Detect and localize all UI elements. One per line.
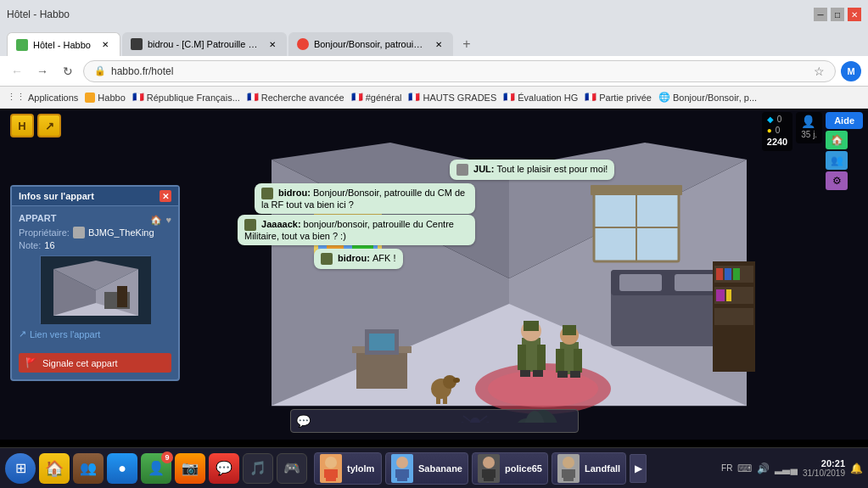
bookmark-bonjour[interactable]: 🌐 Bonjour/Bonsoir, p...: [658, 92, 757, 103]
svg-rect-52: [574, 349, 582, 373]
bookmark-habbo[interactable]: Habbo: [85, 93, 125, 103]
tab-3-close[interactable]: ✕: [433, 38, 445, 50]
avatar-badge: 9: [161, 452, 173, 463]
help-button[interactable]: Aide: [826, 112, 863, 129]
start-button[interactable]: ⊞: [5, 453, 36, 484]
taskbar-icon-avatar[interactable]: 👤 9: [141, 453, 171, 484]
bookmark-eval[interactable]: 🇫🇷 Évaluation HG: [503, 92, 578, 103]
hud-nav-icon[interactable]: 🏠: [826, 131, 848, 149]
system-tray: FR ⌨ 🔊 ▂▃▄ 20:21 31/10/2019 🔔: [721, 458, 863, 478]
bookmark-star-icon[interactable]: ☆: [814, 65, 825, 78]
favorite-icon[interactable]: ♥: [165, 215, 171, 226]
room-thumb-svg: [41, 256, 151, 324]
owner-row: Propriétaire: BJMG_TheKing: [19, 227, 171, 238]
general-flag: 🇫🇷: [351, 92, 363, 103]
taskbar-icon-dark2[interactable]: 🎮: [277, 453, 307, 484]
chat-emoji-icon[interactable]: 💬: [296, 414, 311, 428]
reload-button[interactable]: ↻: [58, 61, 78, 81]
bookmark-recherche[interactable]: 🇫🇷 Recherche avancée: [247, 92, 344, 103]
hud-friends-icon[interactable]: 👥: [826, 151, 848, 170]
profile-button[interactable]: M: [841, 61, 861, 81]
taskbar-icon-1[interactable]: 🏠: [39, 453, 70, 484]
chat-bubble-bidrou1: bidrou: Bonjour/Bonsoir, patrouille du C…: [255, 183, 475, 214]
tab-3[interactable]: Bonjour/Bonsoir, patrouille du C... ✕: [288, 32, 453, 56]
taskbar-icon-2[interactable]: 👥: [73, 453, 104, 484]
player-entry-tylolm[interactable]: tylolm: [314, 452, 382, 485]
room-link-label: Lien vers l'appart: [30, 329, 100, 339]
svg-rect-25: [716, 289, 725, 301]
svg-rect-77: [395, 469, 400, 478]
bookmark-hauts-grades[interactable]: 🇫🇷 HAUTS GRADES: [408, 92, 496, 103]
player-tylolm-avatar: [320, 454, 342, 483]
svg-rect-39: [436, 395, 440, 404]
player-landfall-avatar: [557, 454, 580, 483]
credits-row: 2240: [767, 137, 787, 147]
taskbar-icon-dark1[interactable]: 🎵: [243, 453, 273, 484]
svg-rect-86: [571, 469, 575, 478]
link-arrow-icon: ↗: [19, 328, 26, 339]
bookmark-france1[interactable]: 🇫🇷 République Français...: [132, 92, 240, 103]
hud-topleft: H ↗: [10, 114, 61, 137]
maximize-button[interactable]: □: [831, 8, 844, 21]
tab-1-close[interactable]: ✕: [99, 39, 111, 51]
new-tab-button[interactable]: +: [455, 32, 479, 56]
bookmark-partie[interactable]: 🇫🇷 Partie privée: [585, 92, 652, 103]
chat-bubble-jaaaack: Jaaaack: bonjour/bonsoir, patrouille du …: [238, 215, 475, 245]
svg-rect-54: [570, 371, 580, 378]
svg-rect-44: [518, 345, 526, 370]
url-box[interactable]: 🔒 habbo.fr/hotel ☆: [83, 60, 836, 82]
close-button[interactable]: ✕: [848, 8, 861, 21]
player-entry-landfall[interactable]: Landfall: [552, 452, 626, 485]
svg-rect-78: [405, 469, 409, 478]
heart-icon[interactable]: 🏠: [150, 215, 162, 226]
minimize-button[interactable]: ─: [814, 8, 827, 21]
players-next-button[interactable]: ▶: [630, 454, 647, 483]
svg-rect-29: [714, 351, 753, 367]
room-link[interactable]: ↗ Lien vers l'appart: [19, 328, 171, 339]
coin-icon: ●: [767, 126, 772, 135]
rating-label: Note:: [19, 240, 41, 250]
bidrou1-avatar: [261, 188, 273, 199]
tab-1[interactable]: Hôtel - Habbo ✕: [7, 32, 120, 56]
notification-icon[interactable]: 🔔: [850, 463, 863, 474]
tab-1-label: Hôtel - Habbo: [33, 40, 91, 50]
taskbar-icon-chrome[interactable]: ●: [107, 453, 137, 484]
forward-button[interactable]: →: [32, 61, 53, 81]
tab-3-favicon: [297, 38, 309, 50]
bidrou1-speaker: bidrou:: [278, 188, 313, 198]
player-entry-sabanane[interactable]: Sabanane: [385, 452, 468, 485]
bookmark-general[interactable]: 🇫🇷 #général: [351, 92, 402, 103]
taskbar-icon-camera[interactable]: 📷: [175, 453, 205, 484]
dark-icon-2: 🎮: [283, 460, 300, 476]
taskbar-icon-chat[interactable]: 💬: [209, 453, 239, 484]
coin-value: 0: [776, 126, 781, 135]
volume-icon[interactable]: 🔊: [757, 463, 770, 474]
svg-point-38: [453, 378, 460, 383]
tab-2[interactable]: bidrou - [C.M] Patrouille de bidr... ✕: [122, 32, 287, 56]
ssl-lock-icon: 🔒: [94, 65, 106, 76]
tab-2-close[interactable]: ✕: [266, 38, 278, 50]
svg-rect-45: [537, 345, 546, 370]
language-indicator: FR: [721, 463, 732, 473]
report-button[interactable]: 🚩 Signale cet appart: [19, 353, 171, 373]
svg-rect-40: [443, 395, 447, 404]
diamond-value: 0: [777, 115, 782, 124]
partie-flag: 🇫🇷: [585, 92, 596, 103]
habbo-home-btn[interactable]: H: [10, 114, 34, 137]
tab-bar: Hôtel - Habbo ✕ bidrou - [C.M] Patrouill…: [0, 29, 868, 56]
habbo-nav-btn[interactable]: ↗: [37, 114, 61, 137]
jaaaack-avatar: [244, 219, 256, 231]
camera-icon: 📷: [182, 460, 199, 476]
hud-settings-icon[interactable]: ⚙: [826, 171, 848, 190]
player-tylolm-card[interactable]: tylolm: [314, 452, 382, 485]
svg-rect-22: [725, 268, 731, 280]
player-entry-police65[interactable]: police65: [472, 452, 548, 485]
bookmark-apps[interactable]: ⋮⋮ Applications: [7, 92, 78, 103]
chat-input-field[interactable]: [314, 415, 573, 427]
bookmark-general-label: #général: [366, 93, 402, 103]
report-btn-label: Signale cet appart: [42, 358, 118, 368]
avatar-icon: 👤: [148, 460, 165, 476]
bidrou2-avatar: [321, 253, 333, 265]
back-button[interactable]: ←: [7, 61, 27, 81]
info-panel-close-button[interactable]: ✕: [160, 190, 171, 202]
